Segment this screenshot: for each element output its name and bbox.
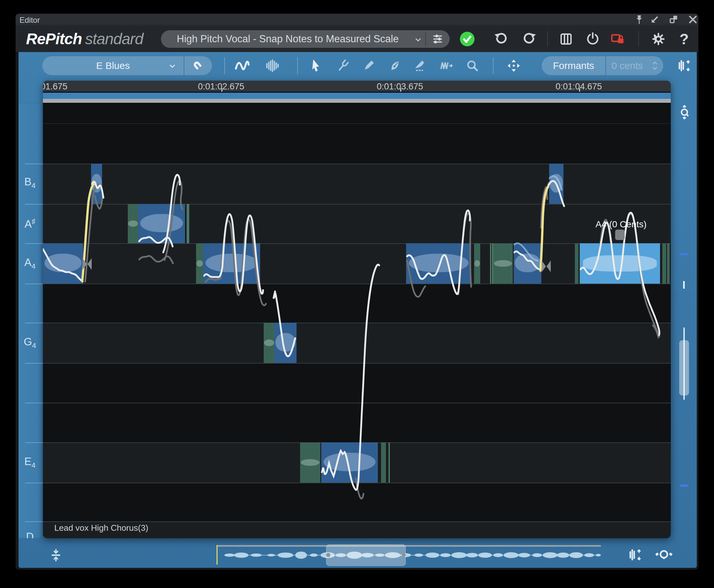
screen-lock-icon[interactable]	[610, 31, 625, 46]
tools-separator	[297, 57, 298, 74]
toolbar-separator	[547, 31, 548, 47]
waveform-blob	[466, 553, 478, 558]
chevron-down-icon[interactable]	[413, 35, 423, 45]
vertical-zoom-icon[interactable]	[677, 58, 693, 74]
pitch-curve	[274, 291, 295, 356]
gear-icon[interactable]	[651, 31, 666, 46]
tools-separator	[224, 57, 225, 74]
piano-row-line	[25, 442, 43, 443]
navigator-view-window[interactable]	[326, 544, 406, 566]
navigator-top-border	[217, 545, 601, 547]
note-tooltip: A4 (0 Cents)	[592, 219, 650, 230]
pitch-curve-icon[interactable]	[234, 58, 250, 74]
waveform-blob	[596, 554, 601, 556]
piano-key-label: G4	[19, 336, 41, 350]
scale-dropdown[interactable]: E Blues	[42, 56, 184, 75]
original-pitch-curve	[95, 196, 103, 209]
original-pitch-curve	[626, 214, 659, 336]
pitch-curve	[407, 210, 470, 294]
undo-icon[interactable]	[493, 31, 508, 46]
power-icon[interactable]	[586, 32, 600, 46]
pen-icon[interactable]	[388, 58, 403, 73]
waveform-blob	[493, 553, 503, 557]
navigator-playhead[interactable]	[217, 545, 217, 565]
stepper-icon[interactable]	[649, 60, 661, 71]
zoom-tool-icon[interactable]	[465, 58, 480, 73]
waveform-blob	[532, 553, 542, 557]
piano-row-line	[25, 204, 43, 205]
vertical-zoom-magnifier-icon[interactable]	[677, 104, 692, 120]
vibrato-icon[interactable]	[439, 58, 454, 73]
window-titlebar[interactable]	[16, 14, 698, 25]
formants-group: Formants 0 cents	[542, 56, 663, 75]
original-pitch-curve	[85, 184, 99, 282]
preset-dropdown[interactable]: High Pitch Vocal - Snap Notes to Measure…	[161, 30, 414, 48]
pencil-icon[interactable]	[361, 58, 376, 73]
piano-row-line	[25, 363, 43, 363]
vertical-scrollbar-thumb[interactable]	[679, 340, 689, 396]
piano-row-line	[25, 483, 43, 483]
chevron-down-icon	[168, 61, 177, 71]
waveform-blob	[278, 552, 293, 558]
original-pitch-curve	[165, 181, 182, 260]
waveform-blob	[414, 553, 423, 557]
waveform-blob	[224, 553, 235, 557]
tools-separator	[493, 57, 494, 74]
app-logo: RePitchstandard	[26, 30, 144, 48]
waveform-blob	[426, 552, 439, 558]
waveform-blob	[569, 552, 583, 558]
pitch-curve	[43, 249, 83, 282]
help-icon[interactable]: ?	[677, 31, 692, 46]
windows-icon[interactable]	[668, 14, 679, 25]
waveform-blob	[518, 553, 530, 558]
move-tool-icon[interactable]	[506, 58, 521, 73]
pitch-editor-canvas[interactable]: 01.6750:01:02.6750:01:03.6750:01:04.675 …	[43, 81, 671, 538]
original-pitch-curve	[139, 256, 173, 264]
waveform-blob	[251, 553, 262, 557]
piano-key-label: B4	[19, 175, 41, 190]
pitch-curve-layer	[43, 81, 671, 538]
fit-vertical-icon[interactable]	[48, 548, 63, 563]
waveform-blob	[584, 553, 594, 557]
piano-row-line	[25, 403, 43, 403]
window-title: Editor	[20, 16, 40, 25]
cents-value[interactable]: 0 cents	[606, 56, 648, 75]
waveform-icon[interactable]	[265, 58, 280, 73]
navigator-left-handle[interactable]	[326, 553, 330, 557]
pin-icon[interactable]	[634, 14, 645, 25]
navigator-right-handle[interactable]	[402, 553, 406, 557]
pitch-curve	[322, 265, 379, 490]
piano-row-line	[25, 164, 43, 164]
waveform-blob	[557, 552, 569, 558]
piano-key-label: A4	[19, 256, 41, 271]
sliders-icon[interactable]	[431, 32, 445, 46]
piano-key-column[interactable]: B4A♯A4G4E4D	[19, 103, 43, 538]
toolbar-separator	[638, 31, 639, 47]
scale-selector-group: E Blues	[42, 56, 212, 75]
note-drag-handle[interactable]	[615, 230, 625, 240]
vertical-zoom-icon[interactable]	[628, 547, 644, 563]
cursor-icon[interactable]	[308, 58, 324, 74]
piano-row-line	[25, 243, 43, 244]
app-logo-edition: standard	[85, 30, 144, 47]
selection-marker-bottom	[680, 485, 688, 487]
knife-icon[interactable]	[412, 58, 427, 73]
piano-key-label: D	[19, 530, 41, 538]
scrollbar-tick	[683, 281, 685, 289]
pitch-curve	[548, 181, 564, 207]
formants-button[interactable]: Formants	[542, 56, 605, 75]
waveform-blob	[310, 553, 318, 557]
close-icon[interactable]	[687, 14, 698, 25]
corner-arrow-icon[interactable]	[649, 14, 661, 25]
piano-row-line	[25, 322, 43, 323]
magnet-icon[interactable]	[191, 59, 205, 73]
waveform-blob	[504, 552, 519, 558]
selection-marker-top	[680, 253, 688, 255]
note-join-handle[interactable]	[542, 260, 551, 272]
check-icon[interactable]	[459, 31, 475, 47]
horizontal-zoom-icon[interactable]	[655, 546, 672, 563]
overview-navigator[interactable]	[215, 542, 605, 569]
redo-icon[interactable]	[522, 31, 537, 46]
columns-icon[interactable]	[559, 32, 573, 46]
tuning-fork-icon[interactable]	[336, 58, 350, 73]
